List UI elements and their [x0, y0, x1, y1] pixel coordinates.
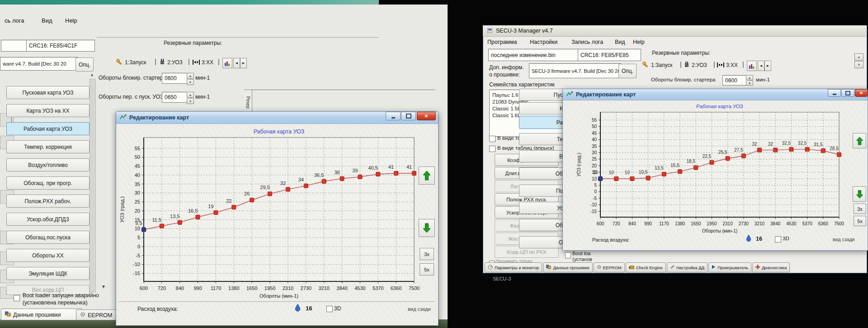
sidebar-item-temp-corr[interactable]: Темпер. коррекция	[6, 140, 90, 153]
maximize-button[interactable]	[401, 112, 416, 120]
tab-diagnostics[interactable]: Диагностика	[752, 262, 790, 272]
sidebar-item-air-fuel[interactable]: Воздух/топливо	[6, 158, 90, 171]
maximize-button-right[interactable]	[841, 89, 854, 97]
svg-text:-15: -15	[590, 209, 597, 214]
menu-item-help[interactable]: Help	[65, 17, 77, 24]
next-map-button-right[interactable]: ►	[764, 61, 771, 71]
next-map-button[interactable]: ►	[240, 58, 247, 68]
sidebar-item-idle-map[interactable]: Карта УОЗ на ХХ	[6, 104, 90, 117]
sidebar-item-work-map[interactable]: Рабочая карта УОЗ	[6, 122, 90, 135]
zoom-5x-button-right[interactable]: 5x	[854, 216, 866, 226]
value-down-button-right[interactable]	[853, 186, 866, 202]
filename-field[interactable]: последнее изменение.bin	[488, 49, 580, 61]
sidebar-stub-afterstart[interactable]: Об	[519, 219, 565, 231]
toolbar-item-start[interactable]: 1:Запуск	[125, 59, 146, 66]
tab-eeprom[interactable]: EEPROM	[76, 309, 122, 320]
svg-text:7500: 7500	[834, 221, 844, 226]
sidebar-item-idle-rpm[interactable]: Обороты ХХ	[6, 249, 90, 262]
key-icon	[116, 58, 123, 67]
options-button-right[interactable]: Опц.	[618, 64, 637, 78]
menu-help[interactable]: Help	[633, 39, 645, 45]
airflow-value-right: 16	[756, 236, 762, 242]
bootloader-label-1: Boot loader запущен аварийно	[23, 292, 99, 299]
sidebar-item-wbo-emul[interactable]: Эмуляция ШДК	[6, 267, 90, 280]
menu-item-view[interactable]: Вид	[42, 17, 52, 24]
tables-ignition-checkbox[interactable]	[489, 136, 495, 142]
starter-rpm-stepper[interactable]: ▲▼	[187, 73, 194, 85]
tab-params-monitor[interactable]: Параметры и монитор	[485, 262, 542, 272]
tables-injection-checkbox[interactable]	[489, 146, 495, 152]
tab-firmware-data[interactable]: Данные прошивки	[1, 309, 82, 320]
filename-field-cut[interactable]	[1, 40, 28, 52]
map-editor-titlebar-right[interactable]: Редактирование карт	[563, 89, 868, 100]
view-3d-checkbox-right[interactable]	[775, 236, 781, 242]
zoom-3x-button[interactable]: 3x	[420, 248, 434, 260]
options-button[interactable]: Опц.	[75, 57, 94, 71]
zoom-3x-button-right[interactable]: 3x	[854, 204, 866, 214]
sidebar-item-accel-tps[interactable]: Ускор.обог.ДПДЗ	[6, 213, 90, 226]
sidebar-stub-iac[interactable]: По	[519, 185, 565, 197]
sidebar-stub-idle-map[interactable]: К	[519, 102, 565, 114]
sidebar-item-afterstart[interactable]: Обогащ.пос.пуска	[6, 231, 90, 244]
sidebar-stub-accel[interactable]: Ус	[519, 202, 565, 214]
prev-map-button-right[interactable]: ◄	[758, 61, 764, 71]
tab-label: Check Engine	[636, 265, 663, 270]
switch-rpm-stepper[interactable]: ▲▼	[187, 92, 194, 104]
sidebar-stub-airfuel[interactable]: В	[519, 150, 565, 162]
tab-player[interactable]: Проигрыватель	[708, 262, 751, 272]
tab-knock-setup[interactable]: Настройка ДД	[667, 262, 708, 272]
minimize-button[interactable]	[386, 112, 401, 120]
svg-text:6360: 6360	[818, 221, 829, 226]
firmware-info-field[interactable]: ware v4.7. Build [Dec 30 20	[0, 57, 78, 71]
chevron-down-icon[interactable]: ▼	[101, 284, 106, 289]
sidebar-item-start-map[interactable]: Пусковая карта УОЗ	[6, 86, 90, 99]
sidebar-stub-idle-rpm[interactable]: О	[519, 236, 565, 248]
value-up-button[interactable]	[419, 166, 435, 185]
menu-view[interactable]: Вид	[615, 39, 625, 45]
tab-check-engine[interactable]: Check Engine	[626, 262, 666, 272]
fw-info-field[interactable]: SECU-3 firmware v4.7. Build [Dec 30 20	[529, 63, 621, 78]
ignition-map-chart-right[interactable]: -15-10-505101520253035404550556007208409…	[562, 100, 867, 250]
zoom-5x-button[interactable]: 5x	[420, 263, 434, 276]
right-app-titlebar[interactable]: SECU-3 Manager v4.7	[483, 25, 866, 37]
toolbar-item-idle-right[interactable]: 3:ХХ	[726, 62, 738, 68]
toolbar-item-idle[interactable]: 3:ХХ	[202, 59, 213, 66]
menu-item-log[interactable]: сь лога	[5, 17, 24, 24]
view-3d-checkbox[interactable]	[326, 306, 333, 312]
value-down-button[interactable]	[419, 219, 435, 237]
sidebar-stub-start-map[interactable]: Пус	[519, 89, 565, 101]
bootloader-checkbox-right[interactable]	[565, 252, 571, 258]
menu-logging[interactable]: Запись лога	[571, 39, 603, 45]
svg-text:38: 38	[334, 170, 340, 175]
families-label: Семейства характеристик	[489, 81, 555, 88]
prev-map-button[interactable]: ◄	[233, 58, 240, 68]
bootloader-checkbox[interactable]	[14, 295, 20, 301]
value-up-button-right[interactable]	[853, 133, 866, 148]
toolbar-item-start-right[interactable]: 1:Запуск	[651, 62, 673, 68]
menu-settings[interactable]: Настройки	[530, 39, 557, 45]
wall-strip	[0, 0, 379, 5]
svg-text:720: 720	[613, 221, 620, 226]
desktop-icon-label[interactable]: SECU-3	[493, 276, 511, 281]
menu-program[interactable]: Программа	[487, 39, 517, 45]
window-edge-stepper[interactable]: ▲▼	[854, 53, 863, 68]
chart-view-button-right[interactable]	[747, 61, 757, 71]
close-button[interactable]: ✕	[417, 112, 436, 120]
starter-rpm-stepper-right[interactable]: ▲▼	[746, 75, 753, 86]
close-button-right[interactable]: ✕	[855, 89, 868, 97]
scroll-up-icon[interactable]: ▲	[90, 72, 94, 77]
tab-eeprom-right[interactable]: EEPROM	[594, 262, 625, 272]
chart-view-button[interactable]	[222, 58, 232, 68]
tab-firmware-data-right[interactable]: Данные прошивки	[543, 262, 592, 272]
sidebar-stub-temp[interactable]: Те	[519, 133, 565, 145]
sidebar-item-iac-pos[interactable]: Полож.РХХ рабоч.	[6, 195, 90, 208]
minimize-button-right[interactable]	[828, 89, 841, 97]
sidebar-item-warmup[interactable]: Обогащ. при прогр.	[6, 176, 90, 190]
sidebar-stub-warmup[interactable]: Об	[519, 167, 565, 180]
toolbar-item-uoz-right[interactable]: 2:УОЗ	[692, 62, 707, 68]
sidebar-scrollbar[interactable]	[90, 79, 96, 292]
sidebar-stub-work-map[interactable]: Ра	[519, 116, 565, 129]
toolbar-item-uoz[interactable]: 2:УОЗ	[167, 59, 183, 66]
sidebar-item-label: Рабочая карта УОЗ	[24, 126, 72, 132]
ignition-map-chart-left[interactable]: -15-10-505101520253035404550556007208409…	[116, 123, 438, 325]
